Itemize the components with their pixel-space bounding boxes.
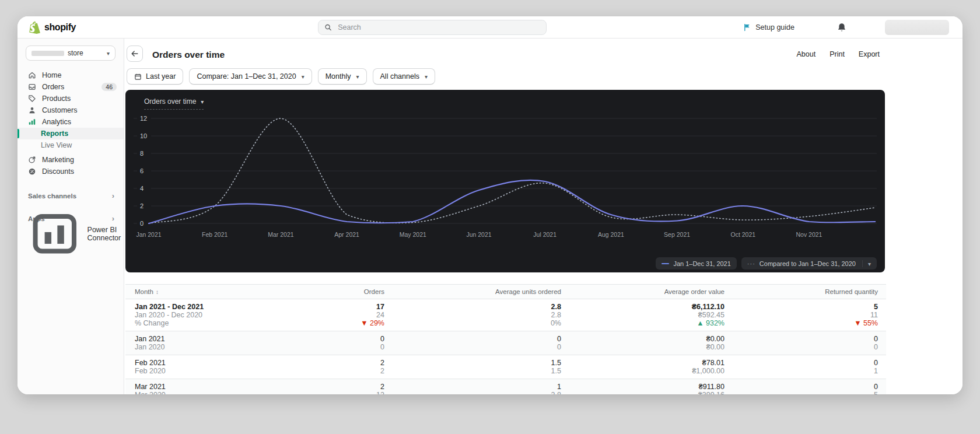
interval-button[interactable]: Monthly [318,68,367,85]
x-tick: Sep 2021 [664,231,690,238]
column-header-month[interactable]: Month [125,288,260,295]
sidebar-item-label: Discounts [42,167,74,176]
sidebar-item-label: Customers [42,106,77,114]
sidebar-section-sales-channels[interactable]: Sales channels [18,191,124,200]
table-group-mar: Mar 2021 2 1 ₴911.80 0 Mar 2020 12 2.8 ₴… [125,379,886,394]
table-row: Jan 2020 - Dec 2020 24 2.8 ₴592.45 11 [125,311,886,319]
filter-bar: Last year Compare: Jan 1–Dec 31, 2020 Mo… [127,68,435,85]
y-tick: 6 [140,167,144,174]
y-tick: 4 [140,185,144,192]
sidebar-item-home[interactable]: Home [18,69,124,81]
sidebar-item-discounts[interactable]: Discounts [18,166,124,177]
home-icon [28,71,36,79]
table-row: Feb 2021 2 1.5 ₴78.01 0 [125,359,886,367]
y-tick: 2 [140,202,144,209]
arrow-left-icon [131,50,139,58]
date-range-button[interactable]: Last year [127,68,183,85]
column-header-avg-order-value[interactable]: Average order value [561,288,724,295]
store-label: store [68,49,83,57]
app-icon [28,207,82,261]
change-positive: ▲ 932% [561,319,724,327]
table-row-percent-change: % Change ▼ 29% 0% ▲ 932% ▼ 55% [125,319,886,327]
orders-icon [28,83,36,91]
chart-title-label: Orders over time [144,97,196,106]
app-item-label: Power BI Connector [88,226,124,242]
sidebar-item-products[interactable]: Products [18,93,124,104]
table-row: Jan 2021 - Dec 2021 17 2.8 ₴6,112.10 5 [125,303,886,311]
column-header-orders[interactable]: Orders [260,288,384,295]
table-row: Mar 2020 12 2.8 ₴399.16 5 [125,391,886,394]
print-link[interactable]: Print [830,50,845,58]
x-tick: Oct 2021 [730,231,755,238]
discount-icon [28,167,36,176]
sidebar-item-analytics[interactable]: Analytics [18,116,124,128]
sidebar-item-label: Analytics [42,118,71,126]
back-button[interactable] [127,46,143,62]
chevron-down-icon [425,74,428,80]
x-tick: Apr 2021 [334,231,359,238]
search-input[interactable] [337,23,540,32]
marketing-icon [28,156,36,164]
sort-icon [153,288,159,295]
chevron-right-icon [112,214,114,223]
chevron-down-icon [302,74,304,80]
report-actions: About Print Export [796,50,880,58]
store-selector[interactable]: store [26,46,116,61]
flag-icon [743,23,751,32]
table-header-row: Month Orders Average units ordered Avera… [125,284,886,299]
sidebar-item-marketing[interactable]: Marketing [18,154,124,166]
x-tick: Jan 2021 [136,231,161,238]
sidebar-item-reports[interactable]: Reports [18,128,124,139]
table-group-jan: Jan 2021 0 0 ₴0.00 0 Jan 2020 0 0 ₴0.00 … [125,331,886,355]
chevron-down-icon [862,260,871,267]
change-negative: ▼ 29% [260,319,384,327]
y-tick: 0 [140,220,144,227]
column-header-avg-units[interactable]: Average units ordered [384,288,561,295]
legend-label: Jan 1–Dec 31, 2021 [673,260,730,267]
sidebar-item-label: Home [42,71,61,79]
legend-compare-period[interactable]: Compared to Jan 1–Dec 31, 2020 [741,257,877,270]
compare-button[interactable]: Compare: Jan 1–Dec 31, 2020 [189,68,312,85]
shopify-logo: shopify [28,20,76,34]
column-header-returned-qty[interactable]: Returned quantity [724,288,878,295]
sidebar-item-customers[interactable]: Customers [18,104,124,116]
legend-current-period[interactable]: Jan 1–Dec 31, 2021 [656,257,736,270]
x-tick: Jun 2021 [466,231,491,238]
account-menu-redacted[interactable] [885,20,949,35]
sidebar: store Home Orders 46 Products [18,38,124,394]
orders-count-badge: 46 [102,83,117,91]
channels-label: All channels [380,72,419,80]
search-icon [324,23,332,32]
table-row: Feb 2020 2 1.5 ₴1,000.00 1 [125,367,886,375]
y-tick: 10 [140,132,147,139]
sidebar-subitem-label: Live View [41,141,72,149]
topbar: shopify Setup guide [18,16,963,38]
setup-guide-button[interactable]: Setup guide [743,16,794,38]
date-range-label: Last year [146,72,176,80]
sidebar-item-power-bi-connector[interactable]: Power BI Connector [18,228,124,240]
sidebar-item-label: Products [42,94,71,103]
page-title: Orders over time [152,50,225,60]
chart-metric-selector[interactable]: Orders over time [144,97,204,110]
table-row: Jan 2020 0 0 ₴0.00 0 [125,343,886,351]
x-tick: May 2021 [400,231,426,238]
main-content: Orders over time About Print Export Last… [124,38,963,394]
person-icon [28,106,36,114]
change-negative: ▼ 55% [724,319,878,327]
dotted-line-swatch-icon [747,260,755,267]
export-link[interactable]: Export [859,50,880,58]
sidebar-item-orders[interactable]: Orders 46 [18,81,124,93]
y-tick: 8 [140,150,144,157]
tag-icon [28,94,36,103]
table-row: Mar 2021 2 1 ₴911.80 0 [125,383,886,391]
notifications-bell-icon[interactable] [836,22,847,33]
x-tick: Feb 2021 [202,231,228,238]
interval-label: Monthly [326,72,351,80]
about-link[interactable]: About [796,50,816,58]
sidebar-item-live-view[interactable]: Live View [18,139,124,151]
chevron-down-icon [107,50,110,57]
sidebar-item-label: Marketing [42,156,74,164]
setup-guide-label: Setup guide [755,23,794,32]
report-table: Month Orders Average units ordered Avera… [125,284,886,394]
channels-button[interactable]: All channels [373,68,435,85]
